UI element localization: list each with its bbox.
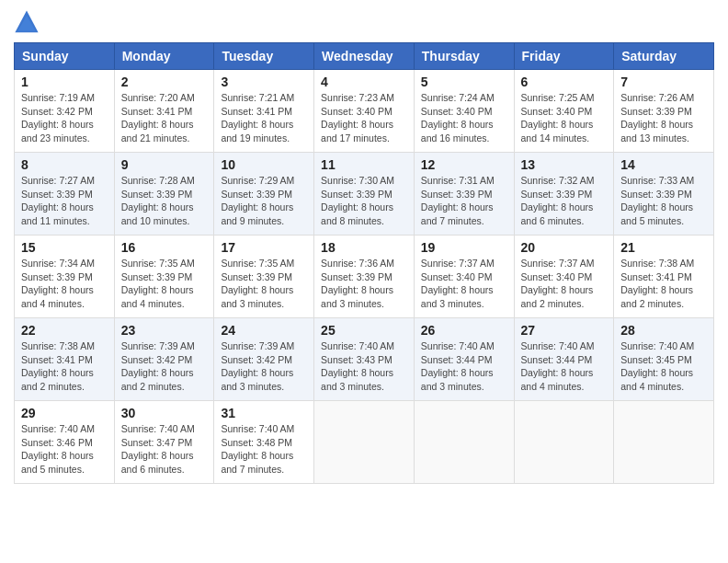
- calendar-header-row: SundayMondayTuesdayWednesdayThursdayFrid…: [15, 43, 714, 70]
- calendar-cell: 19Sunrise: 7:37 AMSunset: 3:40 PMDayligh…: [414, 236, 514, 318]
- calendar-cell: 12Sunrise: 7:31 AMSunset: 3:39 PMDayligh…: [414, 153, 514, 236]
- calendar-cell: 16Sunrise: 7:35 AMSunset: 3:39 PMDayligh…: [114, 236, 214, 318]
- calendar-cell: 27Sunrise: 7:40 AMSunset: 3:44 PMDayligh…: [514, 318, 614, 401]
- day-number: 7: [620, 75, 707, 89]
- day-info: Sunrise: 7:37 AMSunset: 3:40 PMDaylight:…: [521, 257, 608, 311]
- day-info: Sunrise: 7:39 AMSunset: 3:42 PMDaylight:…: [221, 339, 307, 394]
- day-number: 28: [620, 323, 707, 338]
- day-info: Sunrise: 7:35 AMSunset: 3:39 PMDaylight:…: [121, 257, 208, 311]
- day-number: 4: [321, 75, 407, 89]
- calendar-cell: 30Sunrise: 7:40 AMSunset: 3:47 PMDayligh…: [114, 401, 214, 484]
- day-number: 15: [21, 240, 108, 255]
- calendar-cell: [414, 401, 514, 484]
- day-info: Sunrise: 7:27 AMSunset: 3:39 PMDaylight:…: [21, 174, 108, 228]
- calendar-cell: 13Sunrise: 7:32 AMSunset: 3:39 PMDayligh…: [514, 153, 614, 236]
- day-info: Sunrise: 7:23 AMSunset: 3:40 PMDaylight:…: [321, 91, 407, 145]
- calendar-week-row: 8Sunrise: 7:27 AMSunset: 3:39 PMDaylight…: [15, 153, 714, 236]
- day-number: 20: [521, 240, 608, 255]
- calendar-cell: 17Sunrise: 7:35 AMSunset: 3:39 PMDayligh…: [214, 236, 314, 318]
- calendar-cell: 22Sunrise: 7:38 AMSunset: 3:41 PMDayligh…: [15, 318, 115, 401]
- day-number: 29: [21, 406, 108, 420]
- header: [14, 9, 714, 35]
- day-number: 1: [21, 75, 108, 89]
- day-info: Sunrise: 7:24 AMSunset: 3:40 PMDaylight:…: [421, 91, 507, 145]
- day-info: Sunrise: 7:34 AMSunset: 3:39 PMDaylight:…: [21, 257, 108, 311]
- day-number: 6: [521, 75, 608, 89]
- logo-icon: [14, 9, 40, 35]
- calendar-week-row: 22Sunrise: 7:38 AMSunset: 3:41 PMDayligh…: [15, 318, 714, 401]
- calendar-week-row: 15Sunrise: 7:34 AMSunset: 3:39 PMDayligh…: [15, 236, 714, 318]
- day-info: Sunrise: 7:26 AMSunset: 3:39 PMDaylight:…: [620, 91, 707, 145]
- calendar-header-thursday: Thursday: [414, 43, 514, 70]
- calendar-cell: 7Sunrise: 7:26 AMSunset: 3:39 PMDaylight…: [614, 70, 714, 153]
- calendar-table: SundayMondayTuesdayWednesdayThursdayFrid…: [14, 42, 714, 484]
- calendar-header-saturday: Saturday: [614, 43, 714, 70]
- calendar-cell: 14Sunrise: 7:33 AMSunset: 3:39 PMDayligh…: [614, 153, 714, 236]
- logo: [14, 9, 43, 35]
- day-info: Sunrise: 7:20 AMSunset: 3:41 PMDaylight:…: [121, 91, 208, 145]
- day-number: 26: [421, 323, 507, 338]
- day-number: 16: [121, 240, 208, 255]
- day-info: Sunrise: 7:40 AMSunset: 3:47 PMDaylight:…: [121, 422, 208, 477]
- day-info: Sunrise: 7:40 AMSunset: 3:44 PMDaylight:…: [521, 339, 608, 394]
- day-number: 31: [221, 406, 307, 420]
- day-number: 22: [21, 323, 108, 338]
- day-info: Sunrise: 7:38 AMSunset: 3:41 PMDaylight:…: [620, 257, 707, 311]
- day-info: Sunrise: 7:35 AMSunset: 3:39 PMDaylight:…: [221, 257, 307, 311]
- day-info: Sunrise: 7:38 AMSunset: 3:41 PMDaylight:…: [21, 339, 108, 394]
- calendar-cell: [614, 401, 714, 484]
- day-number: 12: [421, 157, 507, 172]
- day-info: Sunrise: 7:21 AMSunset: 3:41 PMDaylight:…: [221, 91, 307, 145]
- calendar-cell: 8Sunrise: 7:27 AMSunset: 3:39 PMDaylight…: [15, 153, 115, 236]
- calendar-cell: 31Sunrise: 7:40 AMSunset: 3:48 PMDayligh…: [214, 401, 314, 484]
- calendar-cell: 10Sunrise: 7:29 AMSunset: 3:39 PMDayligh…: [214, 153, 314, 236]
- calendar-cell: 23Sunrise: 7:39 AMSunset: 3:42 PMDayligh…: [114, 318, 214, 401]
- day-info: Sunrise: 7:36 AMSunset: 3:39 PMDaylight:…: [321, 257, 407, 311]
- day-number: 21: [620, 240, 707, 255]
- day-info: Sunrise: 7:40 AMSunset: 3:46 PMDaylight:…: [21, 422, 108, 477]
- day-number: 19: [421, 240, 507, 255]
- calendar-header-tuesday: Tuesday: [214, 43, 314, 70]
- calendar-header-monday: Monday: [114, 43, 214, 70]
- day-number: 23: [121, 323, 208, 338]
- day-number: 24: [221, 323, 307, 338]
- calendar-cell: 4Sunrise: 7:23 AMSunset: 3:40 PMDaylight…: [314, 70, 415, 153]
- calendar-cell: 18Sunrise: 7:36 AMSunset: 3:39 PMDayligh…: [314, 236, 415, 318]
- calendar-header-sunday: Sunday: [15, 43, 115, 70]
- day-info: Sunrise: 7:30 AMSunset: 3:39 PMDaylight:…: [321, 174, 407, 228]
- day-number: 10: [221, 157, 307, 172]
- day-info: Sunrise: 7:40 AMSunset: 3:44 PMDaylight:…: [421, 339, 507, 394]
- calendar-cell: 6Sunrise: 7:25 AMSunset: 3:40 PMDaylight…: [514, 70, 614, 153]
- day-info: Sunrise: 7:31 AMSunset: 3:39 PMDaylight:…: [421, 174, 507, 228]
- day-info: Sunrise: 7:29 AMSunset: 3:39 PMDaylight:…: [221, 174, 307, 228]
- day-number: 9: [121, 157, 208, 172]
- calendar-cell: 9Sunrise: 7:28 AMSunset: 3:39 PMDaylight…: [114, 153, 214, 236]
- calendar-header-wednesday: Wednesday: [314, 43, 415, 70]
- calendar-cell: 11Sunrise: 7:30 AMSunset: 3:39 PMDayligh…: [314, 153, 415, 236]
- day-info: Sunrise: 7:32 AMSunset: 3:39 PMDaylight:…: [521, 174, 608, 228]
- day-number: 27: [521, 323, 608, 338]
- day-info: Sunrise: 7:40 AMSunset: 3:43 PMDaylight:…: [321, 339, 407, 394]
- day-info: Sunrise: 7:28 AMSunset: 3:39 PMDaylight:…: [121, 174, 208, 228]
- day-number: 14: [620, 157, 707, 172]
- day-info: Sunrise: 7:40 AMSunset: 3:45 PMDaylight:…: [620, 339, 707, 394]
- day-number: 25: [321, 323, 407, 338]
- day-number: 5: [421, 75, 507, 89]
- calendar-cell: 2Sunrise: 7:20 AMSunset: 3:41 PMDaylight…: [114, 70, 214, 153]
- calendar-week-row: 1Sunrise: 7:19 AMSunset: 3:42 PMDaylight…: [15, 70, 714, 153]
- calendar-header-friday: Friday: [514, 43, 614, 70]
- day-number: 17: [221, 240, 307, 255]
- day-number: 11: [321, 157, 407, 172]
- day-info: Sunrise: 7:25 AMSunset: 3:40 PMDaylight:…: [521, 91, 608, 145]
- day-info: Sunrise: 7:39 AMSunset: 3:42 PMDaylight:…: [121, 339, 208, 394]
- day-info: Sunrise: 7:19 AMSunset: 3:42 PMDaylight:…: [21, 91, 108, 145]
- day-info: Sunrise: 7:40 AMSunset: 3:48 PMDaylight:…: [221, 422, 307, 477]
- calendar-cell: 15Sunrise: 7:34 AMSunset: 3:39 PMDayligh…: [15, 236, 115, 318]
- calendar-week-row: 29Sunrise: 7:40 AMSunset: 3:46 PMDayligh…: [15, 401, 714, 484]
- day-number: 13: [521, 157, 608, 172]
- day-number: 30: [121, 406, 208, 420]
- calendar-cell: 25Sunrise: 7:40 AMSunset: 3:43 PMDayligh…: [314, 318, 415, 401]
- day-number: 8: [21, 157, 108, 172]
- calendar-cell: 5Sunrise: 7:24 AMSunset: 3:40 PMDaylight…: [414, 70, 514, 153]
- calendar-cell: [514, 401, 614, 484]
